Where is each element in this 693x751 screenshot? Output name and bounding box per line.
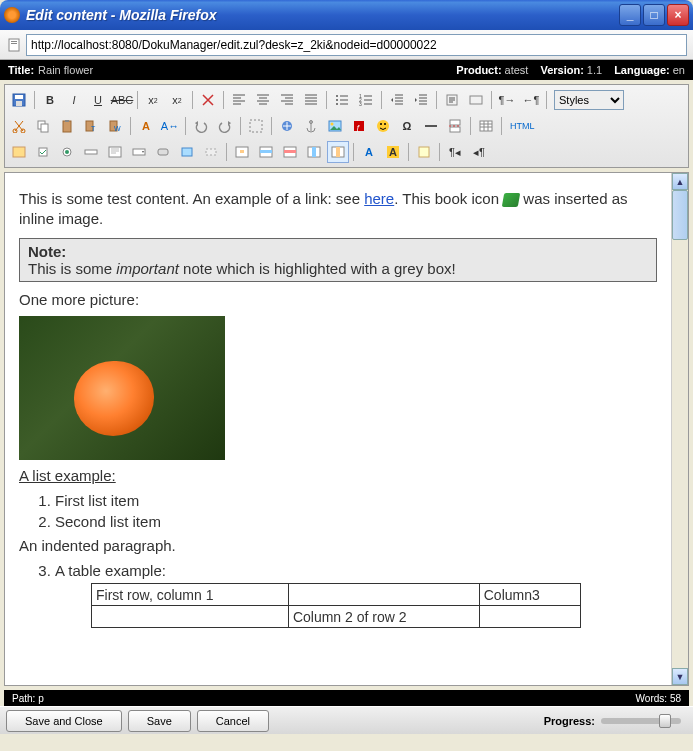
align-justify-icon[interactable] [300,89,322,111]
undo-icon[interactable] [190,115,212,137]
outdent-icon[interactable] [386,89,408,111]
content-link[interactable]: here [364,190,394,207]
close-button[interactable]: × [667,4,689,26]
align-left-icon[interactable] [228,89,250,111]
styles-dropdown[interactable]: Styles [554,90,624,110]
product-label: Product: [456,64,501,76]
list-item: First list item [55,492,657,509]
pagebreak-icon[interactable] [444,115,466,137]
list-item: Second list item [55,513,657,530]
table-icon[interactable] [475,115,497,137]
url-input[interactable] [26,34,687,56]
svg-point-28 [331,123,334,126]
div-icon[interactable] [465,89,487,111]
about-icon[interactable]: ◂¶ [468,141,490,163]
select-all-icon[interactable] [245,115,267,137]
scroll-up-icon[interactable]: ▲ [672,173,688,190]
row-delete-icon[interactable] [279,141,301,163]
version-label: Version: [540,64,583,76]
form-icon[interactable] [8,141,30,163]
checkbox-icon[interactable] [32,141,54,163]
table-cell [288,584,479,606]
svg-rect-24 [250,120,262,132]
indent-icon[interactable] [410,89,432,111]
italic-icon[interactable]: I [63,89,85,111]
book-icon [502,193,520,207]
button-field-icon[interactable] [152,141,174,163]
redo-icon[interactable] [214,115,236,137]
show-blocks-icon[interactable]: ¶◂ [444,141,466,163]
paste-word-icon[interactable]: W [104,115,126,137]
select-icon[interactable] [128,141,150,163]
hidden-field-icon[interactable] [200,141,222,163]
underline-icon[interactable]: U [87,89,109,111]
save-icon[interactable] [8,89,30,111]
blockquote-icon[interactable] [441,89,463,111]
copy-icon[interactable] [32,115,54,137]
cut-icon[interactable] [8,115,30,137]
maximize-button[interactable]: □ [643,4,665,26]
svg-text:W: W [114,125,121,132]
product-value: atest [505,64,529,76]
smiley-icon[interactable] [372,115,394,137]
paste-text-icon[interactable]: T [80,115,102,137]
svg-point-40 [65,150,69,154]
svg-rect-50 [260,150,272,153]
subscript-icon[interactable]: x2 [142,89,164,111]
cancel-button[interactable]: Cancel [197,710,269,732]
paste-icon[interactable] [56,115,78,137]
anchor-icon[interactable] [300,115,322,137]
title-label: Title: [8,64,34,76]
special-char-icon[interactable]: Ω [396,115,418,137]
progress-slider[interactable] [601,718,681,724]
flash-icon[interactable]: ƒ [348,115,370,137]
page-icon [6,37,22,53]
svg-point-7 [336,99,338,101]
scroll-thumb[interactable] [672,190,688,240]
hr-icon[interactable] [420,115,442,137]
source-icon[interactable]: HTML [506,115,539,137]
templates-icon[interactable] [413,141,435,163]
ltr-icon[interactable]: ¶→ [496,89,518,111]
row-insert-icon[interactable] [255,141,277,163]
save-button[interactable]: Save [128,710,191,732]
text-color-icon[interactable]: A [358,141,380,163]
cell-props-icon[interactable] [231,141,253,163]
find-icon[interactable]: A [135,115,157,137]
replace-icon[interactable]: A↔ [159,115,181,137]
vertical-scrollbar[interactable]: ▲ ▼ [671,173,688,685]
svg-rect-2 [11,43,17,44]
rtl-icon[interactable]: ←¶ [520,89,542,111]
save-and-close-button[interactable]: Save and Close [6,710,122,732]
col-insert-icon[interactable] [303,141,325,163]
col-delete-icon[interactable] [327,141,349,163]
image-icon[interactable] [324,115,346,137]
number-list-icon[interactable]: 123 [355,89,377,111]
status-path: Path: p [12,693,636,704]
align-right-icon[interactable] [276,89,298,111]
slider-thumb[interactable] [659,714,671,728]
strike-icon[interactable]: ABC [111,89,133,111]
table-cell: Column 2 of row 2 [288,606,479,628]
scroll-down-icon[interactable]: ▼ [672,668,688,685]
bullet-list-icon[interactable] [331,89,353,111]
radio-icon[interactable] [56,141,78,163]
textarea-icon[interactable] [104,141,126,163]
note-text: note which is highlighted with a grey bo… [179,260,456,277]
table-row: First row, column 1 Column3 [92,584,581,606]
editor-status-bar: Path: p Words: 58 [4,690,689,706]
language-value: en [673,64,685,76]
textfield-icon[interactable] [80,141,102,163]
table-cell: First row, column 1 [92,584,289,606]
bold-icon[interactable]: B [39,89,61,111]
bg-color-icon[interactable]: A [382,141,404,163]
superscript-icon[interactable]: x2 [166,89,188,111]
align-center-icon[interactable] [252,89,274,111]
minimize-button[interactable]: _ [619,4,641,26]
svg-rect-0 [9,39,19,51]
imagebutton-icon[interactable] [176,141,198,163]
clear-format-icon[interactable] [197,89,219,111]
bottom-bar: Save and Close Save Cancel Progress: [0,706,693,734]
link-icon[interactable] [276,115,298,137]
editor-content[interactable]: This is some test content. An example of… [5,173,671,685]
